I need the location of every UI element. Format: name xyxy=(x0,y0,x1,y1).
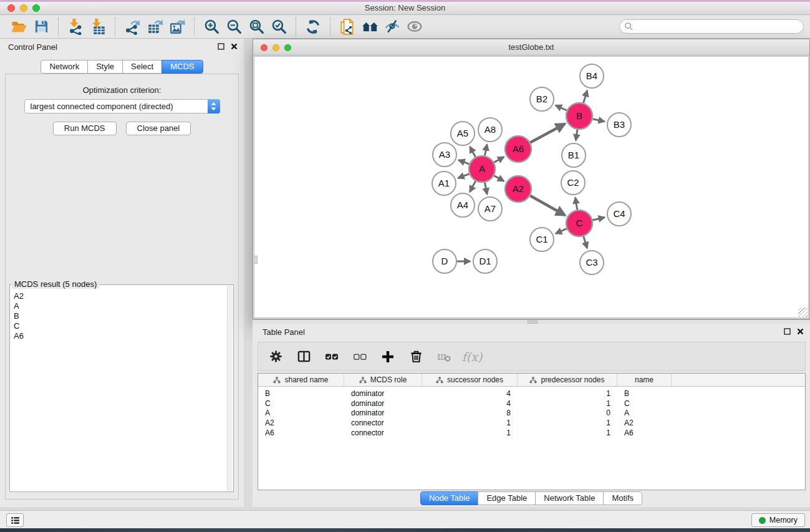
graph-node-B2[interactable]: B2 xyxy=(530,87,554,111)
show-all-columns-button[interactable] xyxy=(323,347,340,367)
float-panel-icon[interactable] xyxy=(218,43,224,50)
table-cell[interactable]: 1 xyxy=(422,418,518,427)
network-graph[interactable]: B4B2BB3A5A8A6B1A3AC2A1A2A4A7C4CC1C3DD1 xyxy=(254,57,809,319)
graph-edge-A-A4[interactable] xyxy=(470,181,475,191)
memory-button[interactable]: Memory xyxy=(751,513,805,527)
graph-node-A7[interactable]: A7 xyxy=(478,197,502,221)
node-table[interactable]: shared nameMCDS rolesuccessor nodesprede… xyxy=(258,373,806,490)
zoom-window-button[interactable] xyxy=(32,4,40,12)
table-row[interactable]: A2connector11A2 xyxy=(258,418,805,428)
table-cell[interactable]: 8 xyxy=(422,409,518,417)
graph-edge-C-C1[interactable] xyxy=(556,229,567,234)
table-row[interactable]: Cdominator41C xyxy=(258,399,805,409)
zoom-selected-button[interactable] xyxy=(268,17,290,37)
graph-edge-A-A1[interactable] xyxy=(458,174,470,178)
network-canvas[interactable]: B4B2BB3A5A8A6B1A3AC2A1A2A4A7C4CC1C3DD1 xyxy=(254,56,809,318)
table-cell[interactable]: A xyxy=(258,409,344,417)
table-cell[interactable]: 4 xyxy=(422,399,518,408)
table-cell[interactable]: A6 xyxy=(617,428,672,437)
graph-edge-A-A2[interactable] xyxy=(494,176,504,181)
graph-node-D[interactable]: D xyxy=(433,249,456,273)
table-cell[interactable]: C xyxy=(617,399,672,408)
tab-style[interactable]: Style xyxy=(87,60,123,74)
graph-edge-A-A8[interactable] xyxy=(485,145,487,156)
zoom-out-button[interactable] xyxy=(223,17,245,37)
table-cell[interactable]: 0 xyxy=(518,409,617,417)
tab-network[interactable]: Network xyxy=(41,60,88,74)
apply-function-button[interactable]: f(x) xyxy=(463,347,481,367)
export-network-button[interactable] xyxy=(121,17,143,37)
graph-node-A8[interactable]: A8 xyxy=(478,118,502,142)
table-cell[interactable]: A xyxy=(617,409,672,417)
graph-edge-C-C2[interactable] xyxy=(576,198,577,210)
close-window-button[interactable] xyxy=(7,4,15,12)
import-table-button[interactable] xyxy=(87,17,109,37)
table-cell[interactable]: dominator xyxy=(344,399,422,408)
table-cell[interactable]: 4 xyxy=(422,389,518,398)
graph-node-C4[interactable]: C4 xyxy=(607,202,631,226)
table-cell[interactable]: A2 xyxy=(617,418,672,427)
table-cell[interactable]: dominator xyxy=(344,389,422,398)
home-button[interactable] xyxy=(359,17,381,37)
table-cell[interactable]: connector xyxy=(344,428,422,437)
table-cell[interactable]: B xyxy=(617,389,672,398)
table-cell[interactable]: 1 xyxy=(518,389,617,398)
graph-node-C1[interactable]: C1 xyxy=(530,228,554,251)
zoom-fit-button[interactable] xyxy=(245,17,268,37)
import-network-button[interactable] xyxy=(64,17,87,37)
table-row[interactable]: Adominator80A xyxy=(258,409,805,418)
graph-node-B[interactable]: B xyxy=(566,103,592,129)
zoom-in-button[interactable] xyxy=(200,17,223,37)
table-cell[interactable]: 1 xyxy=(422,428,518,437)
column-header-shared-name[interactable]: shared name xyxy=(258,374,344,386)
graph-edge-B-B3[interactable] xyxy=(593,119,605,122)
new-network-from-selection-button[interactable] xyxy=(336,17,359,37)
table-settings-button[interactable] xyxy=(267,347,284,367)
graph-edge-A2-C[interactable] xyxy=(530,196,565,216)
graph-edge-B-B2[interactable] xyxy=(556,105,567,110)
tab-network-table[interactable]: Network Table xyxy=(535,491,604,505)
split-columns-button[interactable] xyxy=(295,347,312,367)
table-row[interactable]: A6connector11A6 xyxy=(258,428,805,438)
mcds-result-item[interactable]: A2 xyxy=(14,291,233,301)
run-mcds-button[interactable]: Run MCDS xyxy=(53,122,117,135)
tab-select[interactable]: Select xyxy=(122,60,162,74)
hide-all-columns-button[interactable] xyxy=(351,347,369,367)
column-header-predecessor-nodes[interactable]: predecessor nodes xyxy=(518,374,617,386)
close-panel-button[interactable]: Close panel xyxy=(126,122,191,135)
float-panel-icon[interactable] xyxy=(784,328,791,335)
network-minimize-button[interactable] xyxy=(272,44,279,51)
graph-node-C2[interactable]: C2 xyxy=(561,171,585,195)
graph-edge-A-A6[interactable] xyxy=(494,157,504,163)
delete-table-button[interactable] xyxy=(435,347,453,367)
column-header-MCDS-role[interactable]: MCDS role xyxy=(344,374,422,386)
search-input[interactable] xyxy=(634,21,803,32)
table-cell[interactable]: C xyxy=(258,399,344,408)
open-session-button[interactable] xyxy=(7,17,30,37)
mcds-result-item[interactable]: A xyxy=(14,301,233,311)
table-cell[interactable]: connector xyxy=(344,418,422,427)
minimize-window-button[interactable] xyxy=(20,4,27,12)
tab-edge-table[interactable]: Edge Table xyxy=(478,491,536,505)
graph-node-A6[interactable]: A6 xyxy=(505,136,531,162)
graph-edge-C-C4[interactable] xyxy=(592,218,604,221)
table-cell[interactable]: A2 xyxy=(258,418,344,427)
refresh-layout-button[interactable] xyxy=(302,17,324,37)
graph-node-B1[interactable]: B1 xyxy=(562,143,586,167)
graph-edge-C-C3[interactable] xyxy=(584,236,587,248)
graph-edge-A-A7[interactable] xyxy=(485,183,487,195)
graph-edge-B-B4[interactable] xyxy=(584,90,587,103)
table-cell[interactable]: B xyxy=(258,389,344,398)
criterion-select[interactable]: largest connected component (directed) xyxy=(24,99,220,114)
column-header-successor-nodes[interactable]: successor nodes xyxy=(422,374,518,386)
window-resize-grip[interactable] xyxy=(798,307,808,317)
table-cell[interactable]: 1 xyxy=(518,399,617,408)
graph-node-A1[interactable]: A1 xyxy=(432,172,456,195)
table-cell[interactable]: 1 xyxy=(518,428,617,437)
column-header-name[interactable]: name xyxy=(617,374,672,386)
graph-node-C3[interactable]: C3 xyxy=(580,251,604,274)
graph-node-D1[interactable]: D1 xyxy=(473,249,497,273)
graph-edge-A-A3[interactable] xyxy=(458,160,469,165)
mcds-result-item[interactable]: A6 xyxy=(14,331,233,341)
network-zoom-button[interactable] xyxy=(284,44,291,51)
